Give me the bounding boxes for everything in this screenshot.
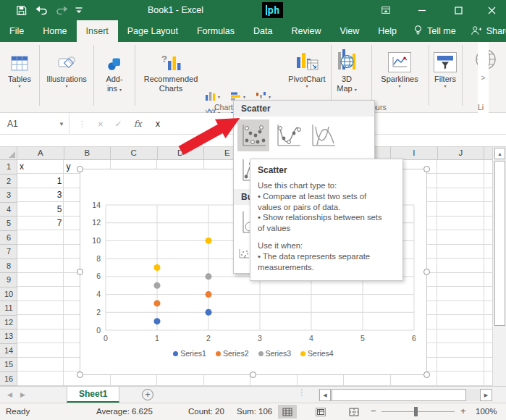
chart-handle-mid-right[interactable] bbox=[423, 269, 430, 275]
tab-home[interactable]: Home bbox=[33, 20, 76, 42]
row-header-10[interactable]: 10 bbox=[0, 287, 17, 302]
chart-legend: Series1Series2Series3Series4 bbox=[80, 349, 426, 358]
cancel-icon[interactable]: × bbox=[98, 119, 104, 130]
page-layout-view-button[interactable] bbox=[311, 405, 330, 419]
zoom-in-button[interactable]: + bbox=[460, 403, 466, 420]
row-header-7[interactable]: 7 bbox=[0, 245, 17, 259]
scatter-smooth-lines-option[interactable] bbox=[307, 119, 339, 151]
close-button[interactable] bbox=[479, 0, 504, 20]
svg-text:6: 6 bbox=[96, 272, 101, 280]
chart-handle-top-right[interactable] bbox=[423, 166, 430, 172]
horizontal-scroll-thumb[interactable] bbox=[332, 389, 466, 401]
minimize-button[interactable] bbox=[410, 0, 434, 20]
pivotchart-button[interactable]: PivotChart ▾ bbox=[281, 46, 333, 89]
3d-map-button[interactable]: 3DMap ▾ bbox=[332, 46, 361, 95]
zoom-slider-track[interactable] bbox=[381, 411, 455, 412]
3d-map-icon bbox=[332, 46, 361, 72]
scroll-right-arrow[interactable]: ▶ bbox=[480, 389, 492, 401]
sheet-nav-right-icon[interactable]: ▶ bbox=[20, 387, 25, 403]
row-header-5[interactable]: 5 bbox=[0, 217, 17, 231]
vertical-scroll-thumb[interactable] bbox=[494, 161, 505, 326]
formula-input[interactable]: x bbox=[156, 113, 160, 135]
scroll-up-arrow[interactable]: ▲ bbox=[494, 148, 505, 159]
cell-A5[interactable]: 7 bbox=[17, 217, 64, 230]
add-ins-button[interactable]: Add-ins ▾ bbox=[96, 46, 133, 95]
cell-A1[interactable]: x bbox=[17, 160, 64, 174]
chart-handle-bottom-mid[interactable] bbox=[250, 371, 256, 378]
tables-button[interactable]: Tables ▾ bbox=[1, 46, 38, 89]
select-all-corner[interactable] bbox=[0, 147, 17, 160]
row-header-9[interactable]: 9 bbox=[0, 273, 17, 287]
row-header-11[interactable]: 11 bbox=[0, 301, 17, 316]
cell-A2[interactable]: 1 bbox=[17, 175, 64, 188]
tab-formulas[interactable]: Formulas bbox=[187, 20, 244, 42]
chart-handle-bottom-left[interactable] bbox=[77, 371, 83, 378]
column-header-C[interactable]: C bbox=[111, 147, 158, 160]
scroll-left-arrow[interactable]: ◀ bbox=[319, 389, 331, 401]
maximize-button[interactable] bbox=[446, 0, 471, 20]
cell-A3[interactable]: 3 bbox=[17, 188, 64, 202]
svg-text:2: 2 bbox=[206, 334, 211, 343]
normal-view-button[interactable] bbox=[278, 405, 297, 419]
legend-marker-icon bbox=[258, 351, 263, 356]
customize-quick-access-icon[interactable] bbox=[71, 3, 87, 17]
redo-icon[interactable] bbox=[54, 3, 69, 17]
enter-check-icon[interactable]: ✓ bbox=[115, 119, 122, 129]
page-break-preview-button[interactable] bbox=[345, 405, 363, 419]
column-header-A[interactable]: A bbox=[17, 147, 64, 160]
tooltip-title: Scatter bbox=[258, 165, 395, 175]
column-header-J[interactable]: J bbox=[438, 147, 485, 160]
filters-button[interactable]: Filters ▾ bbox=[430, 46, 460, 89]
more-scatter-charts-item[interactable] bbox=[238, 248, 250, 259]
new-sheet-button[interactable]: + bbox=[142, 389, 153, 400]
chevron-down-icon: ▾ bbox=[374, 84, 426, 89]
save-icon[interactable] bbox=[13, 3, 29, 17]
tab-data[interactable]: Data bbox=[244, 20, 282, 42]
insert-function-icon[interactable]: fx bbox=[134, 119, 142, 129]
tab-view[interactable]: View bbox=[330, 20, 368, 42]
row-header-3[interactable]: 3 bbox=[0, 188, 17, 203]
undo-icon[interactable] bbox=[33, 3, 49, 17]
tell-me-button[interactable]: Tell me bbox=[406, 20, 463, 42]
column-header-B[interactable]: B bbox=[64, 147, 111, 160]
ribbon-display-options-icon[interactable] bbox=[374, 0, 398, 20]
svg-text:14: 14 bbox=[92, 201, 101, 209]
sheet-nav-left-icon[interactable]: ◀ bbox=[7, 387, 12, 403]
row-header-8[interactable]: 8 bbox=[0, 259, 17, 274]
zoom-level[interactable]: 100% bbox=[476, 403, 497, 420]
scatter-smooth-lines-markers-option[interactable] bbox=[272, 119, 304, 151]
tab-insert[interactable]: Insert bbox=[77, 20, 118, 42]
name-box[interactable]: A1 ▼ bbox=[0, 113, 69, 135]
data-point-series3 bbox=[206, 273, 212, 280]
insert-column-chart-button[interactable]: ▾ bbox=[205, 91, 220, 101]
chevron-down-icon: ▾ bbox=[41, 84, 92, 89]
illustrations-button[interactable]: Illustrations ▾ bbox=[41, 46, 92, 89]
recommended-charts-button[interactable]: ? RecommendedCharts bbox=[137, 46, 205, 93]
chart-handle-top-left[interactable] bbox=[77, 166, 83, 172]
zoom-slider-thumb[interactable] bbox=[414, 407, 418, 416]
tab-page-layout[interactable]: Page Layout bbox=[118, 20, 187, 42]
row-header-16[interactable]: 16 bbox=[0, 372, 17, 387]
tab-review[interactable]: Review bbox=[282, 20, 330, 42]
svg-text:8: 8 bbox=[96, 254, 101, 263]
sparklines-button[interactable]: Sparklines ▾ bbox=[374, 46, 426, 89]
chevron-down-icon: ▾ bbox=[430, 84, 460, 89]
tab-file[interactable]: File bbox=[0, 20, 33, 42]
tab-help[interactable]: Help bbox=[368, 20, 406, 42]
chart-handle-bottom-right[interactable] bbox=[423, 371, 430, 378]
chevron-down-icon[interactable]: ▼ bbox=[59, 121, 64, 127]
vertical-scrollbar[interactable]: ▲ bbox=[492, 147, 506, 386]
row-header-4[interactable]: 4 bbox=[0, 203, 17, 217]
row-header-15[interactable]: 15 bbox=[0, 358, 17, 372]
chart-handle-mid-left[interactable] bbox=[77, 269, 83, 275]
zoom-out-button[interactable]: − bbox=[371, 403, 376, 420]
row-header-6[interactable]: 6 bbox=[0, 231, 17, 245]
row-header-1[interactable]: 1 bbox=[0, 160, 17, 175]
sheet-tab-sheet1[interactable]: Sheet1 bbox=[67, 387, 119, 403]
row-header-2[interactable]: 2 bbox=[0, 175, 17, 189]
row-header-13[interactable]: 13 bbox=[0, 329, 17, 344]
share-button[interactable]: Share bbox=[463, 20, 506, 42]
cell-A4[interactable]: 5 bbox=[17, 203, 64, 217]
row-header-12[interactable]: 12 bbox=[0, 316, 17, 330]
row-header-14[interactable]: 14 bbox=[0, 344, 17, 358]
